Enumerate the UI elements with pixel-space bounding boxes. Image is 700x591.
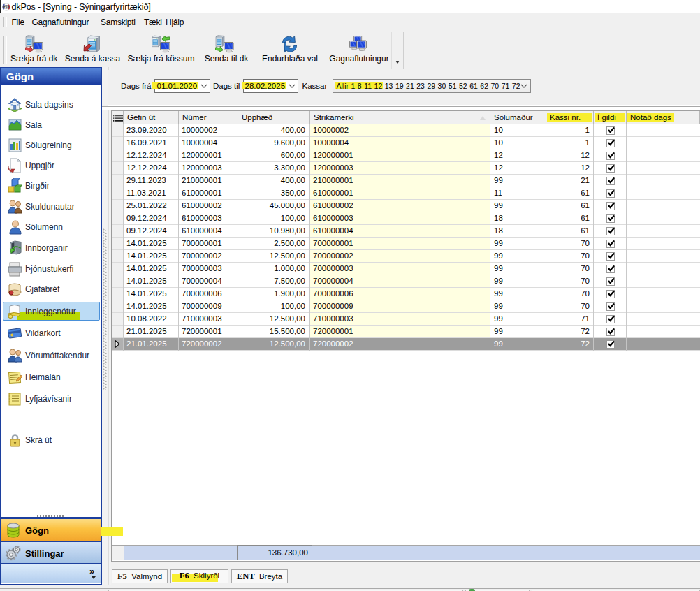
svg-text:PoS: PoS [3, 5, 9, 8]
